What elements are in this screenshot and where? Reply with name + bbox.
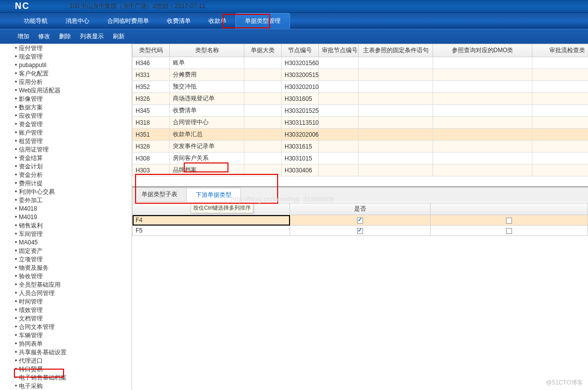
table-row[interactable]: H318合同管理中心H303113510	[133, 117, 588, 129]
main-table[interactable]: 类型代码类型名称单据大类节点编号审批节点编号主表参照的固定条件语句参照查询对应的…	[132, 44, 588, 176]
toolbar: 增加修改删除列表显示刷新	[0, 29, 588, 44]
sidebar-item[interactable]: M4019	[0, 213, 132, 221]
checkbox-icon[interactable]	[357, 228, 363, 234]
sort-hint-tooltip: 按住Ctrl键选择多列排序	[191, 203, 253, 213]
sub-tab-bar: 单据类型子表下游单据类型	[132, 186, 588, 202]
sidebar-item[interactable]: 协同表单	[0, 339, 132, 348]
sub-row[interactable]: F5	[133, 226, 588, 236]
sidebar-item[interactable]: 客户化配置	[0, 69, 132, 78]
sidebar-item[interactable]: 固定资产	[0, 246, 132, 255]
checkbox-icon[interactable]	[357, 218, 363, 224]
sidebar-item[interactable]: 影像管理	[0, 94, 132, 103]
sidebar-item[interactable]: 共享服务基础设置	[0, 348, 132, 356]
main-tab-1[interactable]: 消息中心	[57, 13, 98, 29]
main-th[interactable]: 节点编号	[282, 44, 319, 57]
sub-row[interactable]: F4	[133, 215, 588, 226]
main-th[interactable]: 参照查询对应的DMO类	[433, 44, 532, 57]
sidebar-item[interactable]: 转口贸易	[0, 365, 132, 373]
sidebar-item[interactable]: M4018	[0, 204, 132, 213]
sidebar-item[interactable]: 车辆管理	[0, 331, 132, 339]
checkbox-icon[interactable]	[506, 228, 512, 234]
table-row[interactable]: H352预交冲抵H303202010	[133, 81, 588, 93]
sidebar-item[interactable]: 文档管理	[0, 314, 132, 322]
sidebar-item[interactable]: 资金管理	[0, 120, 132, 128]
sidebar-item[interactable]: 车间管理	[0, 230, 132, 238]
sidebar-item[interactable]: 电子采购	[0, 382, 132, 390]
sidebar-item[interactable]: pubapputil	[0, 61, 132, 69]
main-th[interactable]: 审批节点编号	[319, 44, 359, 57]
table-row[interactable]: H346账单H303201560	[133, 57, 588, 69]
main-tab-5[interactable]: 单据类型管理	[235, 13, 290, 29]
main-tab-2[interactable]: 合同临时费用单	[98, 13, 158, 29]
sub-table-wrap: 下游单据类型是否 F4F5 按住Ctrl键选择多列排序	[132, 203, 588, 236]
main-th[interactable]: 单据大类	[244, 44, 282, 57]
table-row[interactable]: H331分摊费用H303200515	[133, 69, 588, 81]
sidebar-item[interactable]: 应付管理	[0, 44, 132, 52]
sidebar-item[interactable]: 租赁管理	[0, 137, 132, 145]
main-tab-3[interactable]: 收费清单	[158, 13, 200, 29]
sidebar-item[interactable]: 信用证管理	[0, 145, 132, 154]
sidebar-item[interactable]: 物资及服务	[0, 263, 132, 272]
main-tab-bar: 功能导航消息中心合同临时费用单收费清单收款单单据类型管理	[0, 13, 588, 29]
sidebar-item[interactable]: 资金结算	[0, 154, 132, 162]
checkbox-icon[interactable]	[506, 218, 512, 224]
toolbar-btn-4[interactable]: 刷新	[113, 32, 125, 41]
sidebar-item[interactable]: Web应用适配器	[0, 86, 132, 94]
toolbar-btn-2[interactable]: 删除	[59, 32, 71, 41]
sub-th[interactable]: 是否	[290, 203, 430, 215]
sidebar-item[interactable]: MA045	[0, 238, 132, 246]
main-th[interactable]: 类型代码	[133, 44, 170, 57]
table-row[interactable]: H351收款单汇总H303202006	[133, 129, 588, 141]
main-th[interactable]: 审批流检查类	[532, 44, 588, 57]
sidebar-item[interactable]: 应收管理	[0, 111, 132, 120]
footer-watermark: @51CTO博客	[546, 379, 583, 387]
sub-tab-1[interactable]: 下游单据类型	[186, 188, 241, 202]
main-tab-0[interactable]: 功能导航	[15, 13, 57, 29]
sidebar-tree[interactable]: 应付管理现金管理pubapputil客户化配置应用分析Web应用适配器影像管理数…	[0, 44, 132, 390]
table-row[interactable]: H328突发事件记录单H3031615	[133, 141, 588, 153]
table-row[interactable]: H345收费清单H303201525	[133, 105, 588, 117]
sidebar-item[interactable]: 电子销售基础档案	[0, 373, 132, 382]
sidebar-item[interactable]: 资金计划	[0, 162, 132, 170]
table-row[interactable]: H303品牌档案H3030406	[133, 164, 588, 176]
sidebar-item[interactable]: 数据方案	[0, 103, 132, 111]
toolbar-btn-1[interactable]: 修改	[38, 32, 50, 41]
sidebar-item[interactable]: 应用分析	[0, 78, 132, 86]
sub-th[interactable]	[430, 203, 588, 215]
sidebar-item[interactable]: 委外加工	[0, 196, 132, 204]
toolbar-btn-3[interactable]: 列表显示	[80, 32, 104, 41]
sidebar-item[interactable]: 验收管理	[0, 272, 132, 280]
table-row[interactable]: H308房间客户关系H3031015	[133, 153, 588, 164]
sidebar-item[interactable]: 人员合同管理	[0, 289, 132, 297]
sidebar-item[interactable]: 立项管理	[0, 255, 132, 263]
sidebar-item[interactable]: 账户管理	[0, 128, 132, 137]
sidebar-item[interactable]: 资金分析	[0, 170, 132, 179]
header-title: 100 中山兴中集团（兴中广场）zl您好！2017-07-11	[70, 2, 205, 10]
sidebar-item[interactable]: 绩效管理	[0, 306, 132, 314]
main-tab-4[interactable]: 收款单	[200, 13, 235, 29]
sidebar-item[interactable]: 现金管理	[0, 52, 132, 61]
toolbar-btn-0[interactable]: 增加	[17, 32, 29, 41]
sidebar-item[interactable]: 合同文本管理	[0, 322, 132, 331]
app-header: NC 100 中山兴中集团（兴中广场）zl您好！2017-07-11	[0, 0, 588, 13]
sidebar-item[interactable]: 利润中心交易	[0, 187, 132, 196]
sidebar-item[interactable]: 代理进口	[0, 356, 132, 365]
app-logo: NC	[15, 1, 30, 11]
sidebar-item[interactable]: 全员型基础应用	[0, 280, 132, 289]
main-th[interactable]: 类型名称	[170, 44, 244, 57]
sidebar-item[interactable]: 费用计提	[0, 179, 132, 187]
main-table-wrap: 类型代码类型名称单据大类节点编号审批节点编号主表参照的固定条件语句参照查询对应的…	[132, 44, 588, 176]
table-row[interactable]: H326商场违规登记单H3031605	[133, 93, 588, 105]
sidebar-item[interactable]: 销售返利	[0, 221, 132, 230]
main-th[interactable]: 主表参照的固定条件语句	[359, 44, 433, 57]
sidebar-item[interactable]: 时间管理	[0, 297, 132, 306]
sub-tab-0[interactable]: 单据类型子表	[132, 187, 187, 202]
